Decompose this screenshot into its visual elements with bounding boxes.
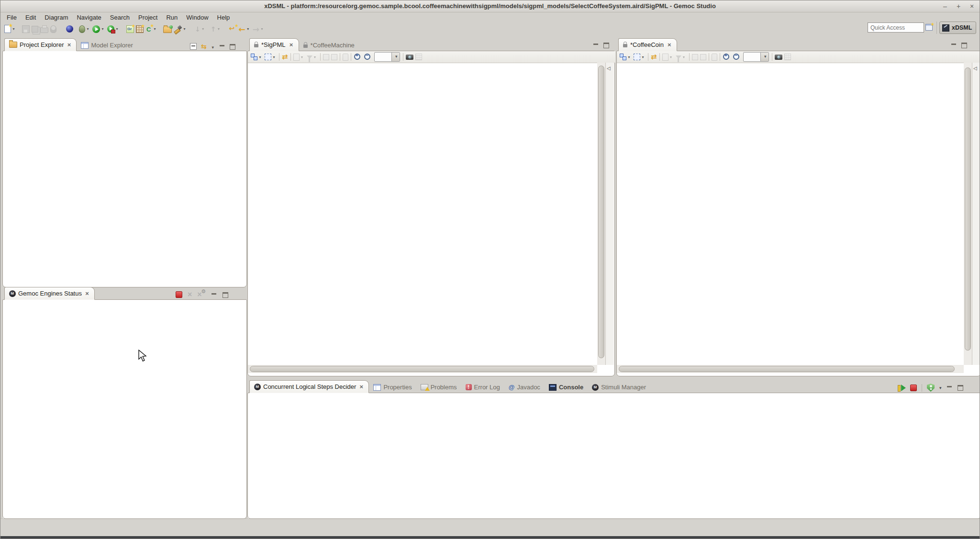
new-button[interactable]: [4, 23, 17, 35]
tab-project-explorer[interactable]: Project Explorer: [4, 38, 77, 51]
minimize-button[interactable]: –: [942, 2, 948, 10]
minimize-icon[interactable]: [211, 292, 217, 297]
maximize-icon[interactable]: [958, 385, 964, 390]
new-c-element-button[interactable]: [145, 23, 158, 35]
install-software-button[interactable]: [66, 23, 74, 35]
open-perspective-icon[interactable]: [925, 24, 933, 31]
dispose-engine-icon[interactable]: [188, 290, 192, 299]
export-as-image-button[interactable]: [774, 51, 783, 63]
tab-model-explorer[interactable]: Model Explorer: [77, 39, 137, 51]
scrollbar-thumb[interactable]: [619, 366, 955, 372]
tab-sigpml[interactable]: *SigPML: [249, 38, 299, 51]
new-c-element-dropdown[interactable]: [152, 27, 157, 31]
close-icon[interactable]: [358, 383, 364, 390]
menu-edit[interactable]: Edit: [21, 13, 40, 22]
coffeecoin-hscrollbar[interactable]: [617, 365, 964, 373]
menu-help[interactable]: Help: [213, 13, 234, 22]
sigpml-palette-collapsed[interactable]: [605, 63, 614, 365]
separator: [922, 384, 922, 392]
tab-properties[interactable]: Properties: [369, 381, 416, 393]
link-with-editor-icon[interactable]: [201, 42, 207, 51]
scrollbar-thumb[interactable]: [965, 67, 971, 351]
tab-stimuli-manager[interactable]: Stimuli Manager: [588, 381, 650, 393]
arrange-button[interactable]: [250, 51, 263, 63]
menu-file[interactable]: File: [2, 13, 21, 22]
refresh-button[interactable]: [281, 51, 289, 63]
external-tools-button[interactable]: [107, 23, 120, 35]
tab-console[interactable]: Console: [545, 381, 588, 393]
maximize-icon[interactable]: [961, 43, 968, 48]
close-icon[interactable]: [66, 41, 72, 48]
select-mode-button[interactable]: [264, 51, 277, 63]
zoom-level-combo[interactable]: [374, 52, 400, 62]
sigpml-vscrollbar[interactable]: [597, 63, 605, 365]
minimize-icon[interactable]: [947, 385, 953, 390]
search-button[interactable]: [173, 23, 188, 35]
scrollbar-thumb[interactable]: [250, 366, 594, 372]
run-dropdown[interactable]: [100, 27, 105, 31]
maximize-button[interactable]: +: [956, 2, 961, 10]
select-mode-dropdown[interactable]: [271, 55, 277, 59]
menu-search[interactable]: Search: [106, 13, 134, 22]
menu-project[interactable]: Project: [134, 13, 162, 22]
open-resource-button[interactable]: [163, 23, 172, 35]
tab-gemoc-engines-status[interactable]: Gemoc Engines Status: [4, 287, 95, 300]
close-icon[interactable]: [289, 41, 294, 48]
tab-error-log[interactable]: Error Log: [461, 381, 504, 393]
arrange-dropdown[interactable]: [257, 55, 263, 59]
last-edit-location-button[interactable]: [228, 23, 237, 35]
perspective-xdsml-button[interactable]: xDSML: [939, 22, 976, 34]
close-icon[interactable]: [667, 41, 672, 48]
new-gemoc-project-button[interactable]: [126, 23, 134, 35]
view-menu-icon[interactable]: [211, 42, 215, 51]
maximize-icon[interactable]: [603, 43, 610, 48]
close-button[interactable]: ×: [969, 2, 975, 10]
coffeecoin-palette-collapsed[interactable]: [972, 63, 980, 365]
minimize-icon[interactable]: [593, 43, 599, 48]
minimize-icon[interactable]: [219, 44, 225, 49]
run-button[interactable]: [92, 23, 106, 35]
zoom-level-combo[interactable]: [743, 52, 769, 62]
maximize-icon[interactable]: [230, 44, 236, 49]
back-button[interactable]: [238, 23, 251, 35]
zoom-in-button[interactable]: [353, 51, 362, 63]
tab-concurrent-logical-steps-decider[interactable]: Concurrent Logical Steps Decider: [249, 380, 369, 393]
debug-dropdown[interactable]: [85, 27, 90, 31]
quick-access-input[interactable]: [868, 22, 924, 33]
menu-diagram[interactable]: Diagram: [40, 13, 72, 22]
tab-coffeecoin[interactable]: *CoffeeCoin: [618, 38, 677, 51]
chevron-down-icon[interactable]: ▾: [939, 385, 942, 390]
refresh-button[interactable]: [650, 51, 657, 63]
search-dropdown[interactable]: [182, 27, 187, 31]
collapse-all-icon[interactable]: [190, 43, 197, 50]
arrange-button[interactable]: [619, 51, 632, 63]
tab-problems[interactable]: Problems: [416, 381, 461, 393]
scrollbar-thumb[interactable]: [598, 66, 604, 358]
zoom-out-button[interactable]: [732, 51, 741, 63]
stop-icon[interactable]: [910, 385, 917, 391]
select-mode-dropdown[interactable]: [640, 55, 646, 59]
zoom-in-button[interactable]: [722, 51, 731, 63]
sigpml-hscrollbar[interactable]: [248, 365, 597, 373]
new-dropdown[interactable]: [11, 27, 16, 31]
menu-run[interactable]: Run: [162, 13, 182, 22]
minimize-icon[interactable]: [951, 43, 957, 48]
menu-window[interactable]: Window: [182, 13, 212, 22]
coffeecoin-vscrollbar[interactable]: [964, 63, 972, 365]
step-forward-icon[interactable]: [897, 385, 905, 391]
menu-navigate[interactable]: Navigate: [72, 13, 105, 22]
zoom-out-button[interactable]: [363, 51, 372, 63]
close-icon[interactable]: [84, 290, 90, 297]
select-mode-button[interactable]: [633, 51, 646, 63]
export-as-image-button[interactable]: [405, 51, 414, 63]
maximize-icon[interactable]: [223, 292, 229, 297]
dispose-stopped-engines-icon[interactable]: [197, 290, 206, 299]
stop-engine-icon[interactable]: [176, 291, 182, 298]
debug-button[interactable]: [78, 23, 91, 35]
tab-coffeemachine[interactable]: *CoffeeMachine: [299, 39, 359, 51]
new-modeling-project-button[interactable]: [135, 23, 144, 35]
tab-javadoc[interactable]: Javadoc: [504, 381, 545, 393]
arrange-dropdown[interactable]: [626, 55, 632, 59]
decider-shield-icon[interactable]: [927, 384, 935, 392]
back-dropdown[interactable]: [245, 27, 251, 31]
